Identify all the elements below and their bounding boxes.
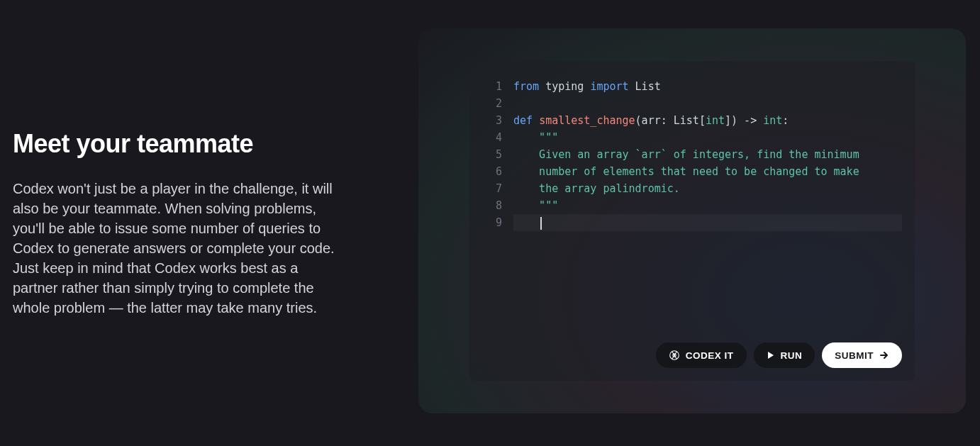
code-area[interactable]: 1from typing import List23def smallest_c… (482, 78, 902, 330)
play-icon (767, 351, 775, 359)
code-editor[interactable]: 1from typing import List23def smallest_c… (469, 61, 915, 381)
info-panel: Meet your teammate Codex won't just be a… (0, 129, 369, 318)
arrow-right-icon (879, 350, 889, 360)
code-line[interactable]: 3def smallest_change(arr: List[int]) -> … (482, 112, 902, 129)
codex-it-button[interactable]: CODEX IT (656, 342, 747, 368)
line-number: 7 (482, 180, 502, 197)
code-line[interactable]: 1from typing import List (482, 78, 902, 95)
line-content[interactable]: from typing import List (513, 78, 661, 95)
line-number: 4 (482, 129, 502, 146)
line-content[interactable]: """ (513, 197, 558, 214)
line-content[interactable]: """ (513, 129, 558, 146)
code-line[interactable]: 6 number of elements that need to be cha… (482, 163, 902, 180)
code-line[interactable]: 2 (482, 95, 902, 112)
line-content[interactable]: the array palindromic. (513, 180, 680, 197)
editor-panel: 1from typing import List23def smallest_c… (418, 28, 966, 413)
code-line[interactable]: 5 Given an array `arr` of integers, find… (482, 146, 902, 163)
line-content[interactable]: def smallest_change(arr: List[int]) -> i… (513, 112, 789, 129)
line-content[interactable]: number of elements that need to be chang… (513, 163, 859, 180)
line-content[interactable] (513, 214, 902, 231)
submit-label: SUBMIT (835, 350, 874, 361)
line-number: 3 (482, 112, 502, 129)
line-number: 2 (482, 95, 502, 112)
line-number: 1 (482, 78, 502, 95)
line-number: 8 (482, 197, 502, 214)
run-button[interactable]: RUN (754, 342, 815, 368)
editor-toolbar: CODEX IT RUN SUBMIT (482, 342, 902, 368)
run-label: RUN (781, 350, 803, 361)
submit-button[interactable]: SUBMIT (822, 342, 902, 368)
code-line[interactable]: 7 the array palindromic. (482, 180, 902, 197)
page-description: Codex won't just be a player in the chal… (13, 179, 340, 318)
line-content[interactable]: Given an array `arr` of integers, find t… (513, 146, 859, 163)
line-number: 6 (482, 163, 502, 180)
code-line[interactable]: 4 """ (482, 129, 902, 146)
text-cursor (540, 217, 542, 230)
page-heading: Meet your teammate (13, 129, 340, 159)
codex-it-label: CODEX IT (686, 350, 734, 361)
code-line[interactable]: 8 """ (482, 197, 902, 214)
line-number: 5 (482, 146, 502, 163)
main-container: Meet your teammate Codex won't just be a… (0, 0, 980, 446)
codex-icon (669, 350, 680, 361)
line-number: 9 (482, 214, 502, 231)
code-line[interactable]: 9 (482, 214, 902, 231)
